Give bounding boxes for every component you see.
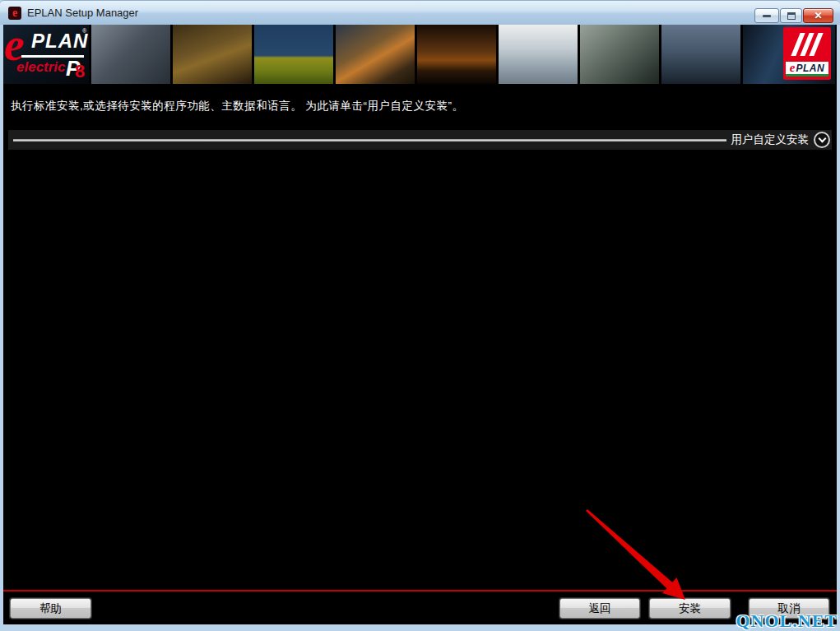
eplan-logo-badge: e PLAN: [783, 27, 831, 80]
watermark-text: QNOL.NET: [736, 610, 838, 631]
expander-toggle-button[interactable]: [814, 132, 830, 148]
window-title: EPLAN Setup Manager: [27, 1, 138, 26]
install-description: 执行标准安装,或选择待安装的程序功能、主数据和语言。 为此请单击“用户自定义安装…: [11, 99, 828, 114]
eplan-plan-text: PLAN: [31, 30, 88, 53]
banner-image-chemical-plant: [499, 25, 578, 84]
window-controls: ✕: [754, 8, 833, 23]
registered-mark: ®: [82, 28, 86, 34]
eplan-8-text: 8: [75, 61, 85, 82]
chevron-down-icon: [818, 135, 826, 143]
eplan-electric-text: electric: [16, 59, 66, 76]
eplan-setup-window: { "window": { "title": "EPLAN Setup Mana…: [0, 0, 840, 631]
banner-image-solar-panels: e PLAN: [743, 25, 835, 84]
close-button[interactable]: ✕: [803, 8, 833, 23]
banner-image-substation: [661, 25, 740, 84]
expander-label: 用户自定义安装: [731, 132, 810, 147]
maximize-icon: [787, 12, 796, 20]
help-button[interactable]: 帮助: [10, 598, 91, 619]
expander-divider: [13, 139, 726, 142]
banner-image-wind-turbines: [254, 25, 333, 84]
custom-install-expander: 用户自定义安装: [8, 130, 832, 150]
maximize-button[interactable]: [780, 8, 802, 23]
eplan-logo-band: e PLAN: [786, 62, 828, 77]
footer-separator: [3, 590, 837, 592]
back-button[interactable]: 返回: [559, 598, 640, 619]
banner-image-car-factory: [91, 25, 170, 84]
eplan-badge-e: e: [790, 62, 796, 74]
banner: e PLAN ® electric P 8 e PLAN: [3, 25, 837, 84]
banner-logo-eplan-electric-p8: e PLAN ® electric P 8: [3, 25, 89, 84]
client-area: e PLAN ® electric P 8 e PLAN 执行标准安装,或选: [3, 25, 837, 624]
banner-image-industrial-machine: [336, 25, 415, 84]
app-icon: e: [8, 7, 21, 20]
minimize-button[interactable]: [754, 8, 779, 23]
eplan-stripes-icon: [783, 33, 831, 58]
install-button[interactable]: 安装: [649, 598, 731, 619]
banner-image-oil-pumps: [417, 25, 496, 84]
banner-image-conveyor-line: [580, 25, 659, 84]
eplan-badge-plan: PLAN: [796, 63, 825, 73]
titlebar[interactable]: e EPLAN Setup Manager ✕: [0, 0, 840, 25]
close-icon: ✕: [814, 11, 822, 21]
banner-image-warehouse-forklift: [173, 25, 252, 84]
minimize-icon: [763, 15, 771, 17]
